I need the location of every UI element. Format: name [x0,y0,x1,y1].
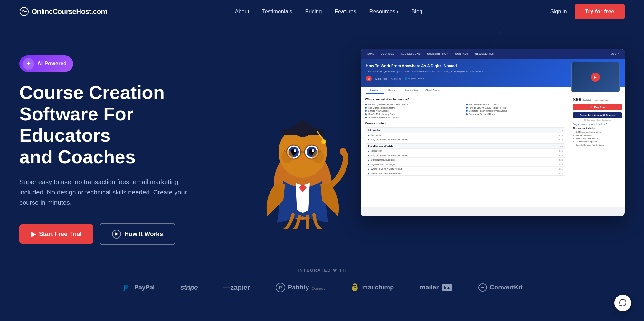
ai-badge-icon: ✦ [23,58,34,70]
paypal-logo: PayPal [121,282,155,293]
include-item-2: ✓Full lifetime access [573,134,622,137]
nav-blog[interactable]: Blog [412,8,422,14]
mailchimp-text: mailchimp [362,284,394,291]
hero-subtitle: Super easy to use, no transaction fees, … [19,177,190,208]
includes-title: This course includes [573,127,622,129]
lesson-nomad-4[interactable]: ▶ Digital Nomad Challenges 3:42 [365,162,565,166]
tab-content[interactable]: Content [384,87,401,94]
signin-link[interactable]: Sign in [550,8,567,15]
course-nav: HOME COURSES ALL LESSONS SUBSCRIPTION CO… [361,49,625,59]
lesson-nomad-1[interactable]: ▶ Introduction 9:10 [365,148,565,153]
tab-about-author[interactable]: About Author [421,87,444,94]
money-back-text: 30 Day Money-Back Guarantee [573,119,622,121]
nav-pricing[interactable]: Pricing [305,8,322,14]
chat-bubble[interactable] [614,295,631,311]
video-thumbnail[interactable]: ▶ [571,62,620,92]
course-duration: ⏱ 2.5 Hrs [391,78,401,80]
nav-login: LOGIN [611,52,620,55]
nav-resources[interactable]: Resources ▾ [369,8,399,15]
start-free-trial-button[interactable]: ▶ Start Free Trial [19,224,93,244]
lesson-nomad-6[interactable]: ▶ Dealing With Passports and Visa 6:14 [365,171,565,175]
include-item-5: ✓English, German, French, Italian [573,144,622,146]
svg-point-22 [340,148,346,155]
logo-text: OnlineCourseHost.com [32,7,107,16]
section-nomad-header[interactable]: Digital Nomad Lifestyle 0:8 [365,144,565,148]
nav-all-lessons: ALL LESSONS [401,52,421,55]
included-item-1: Why I'm Qualified To Teach This Course [365,103,465,106]
price-discount: 75% Discount [592,99,609,102]
section-intro-header[interactable]: Introduction 0:0 [365,128,565,133]
included-item-7: How To Stay At Luxury Hotels For Free [466,107,566,109]
tab-overview[interactable]: Overview [366,87,384,94]
nav-courses: COURSES [381,52,394,55]
course-body: What is included in this course? Why I'm… [361,94,625,207]
included-item-3: Shifting Your Mindset [365,110,465,112]
course-screenshot: HOME COURSES ALL LESSONS SUBSCRIPTION CO… [361,49,625,216]
included-item-6: Find Remote Jobs and Clients [466,103,566,106]
nav-about[interactable]: About [235,8,249,14]
subscribe-button[interactable]: Subscribe to Access All Courses [573,112,622,118]
integrations-section: INTEGRATED WITH PayPal stripe —zapier P … [0,258,644,302]
price-original: $400 [583,99,591,102]
play-circle-icon: ▶ [112,230,121,239]
mailerlite-badge: lite [442,284,452,291]
price-current: $99 [573,97,582,103]
screen-icon: ▶ [31,230,36,238]
svg-point-13 [294,149,296,152]
owl-mascot [258,88,348,229]
content-section-title: Course content [365,122,565,125]
svg-point-14 [312,149,314,152]
nav-links: About Testimonials Pricing Features Reso… [235,8,422,15]
include-item-4: ✓Certificate of completion [573,140,622,143]
how-it-works-button[interactable]: ▶ How It Works [100,223,175,245]
mailerlite-text: mailer [420,284,439,291]
svg-point-20 [281,150,293,163]
include-item-3: ✓Access on mobile and TV [573,137,622,140]
hero-section: ✦ AI-Powered Course Creation Software Fo… [0,23,644,258]
included-item-2: The Digital Nomad Lifestyle [365,107,465,109]
video-play-button[interactable]: ▶ [591,73,600,82]
nav-subscription: SUBSCRIPTION [427,52,448,55]
course-price-sidebar: $99 $400 75% Discount 🛒 Buy Now Subscrib… [570,94,625,207]
hero-content: ✦ AI-Powered Course Creation Software Fo… [19,49,213,245]
coupon-link[interactable]: Do you have a coupon to redeem? [573,123,622,125]
included-item-4: How To Make Money Online [365,113,465,115]
pabbly-icon: P [276,283,285,292]
convertkit-logo: ConvertKit [478,283,523,292]
included-item-8: Generate Passive Income With Airbnb [466,110,566,112]
stripe-logo: stripe [180,283,198,292]
hero-cta-buttons: ▶ Start Free Trial ▶ How It Works [19,223,213,245]
section-digital-nomad: Digital Nomad Lifestyle 0:8 ▶ Introducti… [365,143,565,176]
logo-icon [19,7,29,16]
paypal-text: PayPal [134,284,155,291]
lesson-nomad-5[interactable]: ▶ Where To Go As A Digital Nomad 5:31 [365,166,565,171]
lesson-intro-2[interactable]: ▶ Why I'm Qualified to Teach This Course… [365,137,565,142]
svg-point-21 [312,150,324,163]
buy-now-button[interactable]: 🛒 Buy Now [573,104,622,110]
zapier-text: —zapier [223,283,250,292]
tab-description[interactable]: Description [401,87,421,94]
svg-point-25 [353,285,355,286]
lesson-nomad-3[interactable]: ▶ Digital Nomad Advantages 4:25 [365,157,565,162]
pabbly-subtitle: Connect [311,287,325,290]
nav-testimonials[interactable]: Testimonials [262,8,292,14]
nav-home: HOME [366,52,374,55]
logo[interactable]: OnlineCourseHost.com [19,7,107,16]
lesson-nomad-2[interactable]: ▶ Why I'm Qualified to Teach This Course… [365,153,565,157]
svg-point-6 [321,139,326,144]
course-title: How To Work From Anywhere As A Digital N… [366,64,567,68]
author-name: Mike Holp [375,77,387,80]
ai-badge-text: AI-Powered [37,61,67,67]
included-items: Why I'm Qualified To Teach This Course F… [365,103,565,118]
course-subtitle: Escape the 9-5 grind, build your remote … [366,70,567,73]
pabbly-logo: P Pabbly Connect [276,283,325,292]
lesson-intro-1[interactable]: ▶ Introduction 9:10 [365,133,565,137]
course-hero-banner: How To Work From Anywhere As A Digital N… [361,59,625,87]
hero-visual: HOME COURSES ALL LESSONS SUBSCRIPTION CO… [232,49,625,229]
try-free-button[interactable]: Try for free [575,4,625,19]
resources-dropdown-icon: ▾ [397,10,399,14]
included-item-9: Grow Your Personal Brand [466,113,566,115]
section-introduction: Introduction 0:0 ▶ Introduction 9:10 ▶ W… [365,127,565,142]
stripe-text: stripe [180,283,198,292]
nav-features[interactable]: Features [335,8,356,14]
